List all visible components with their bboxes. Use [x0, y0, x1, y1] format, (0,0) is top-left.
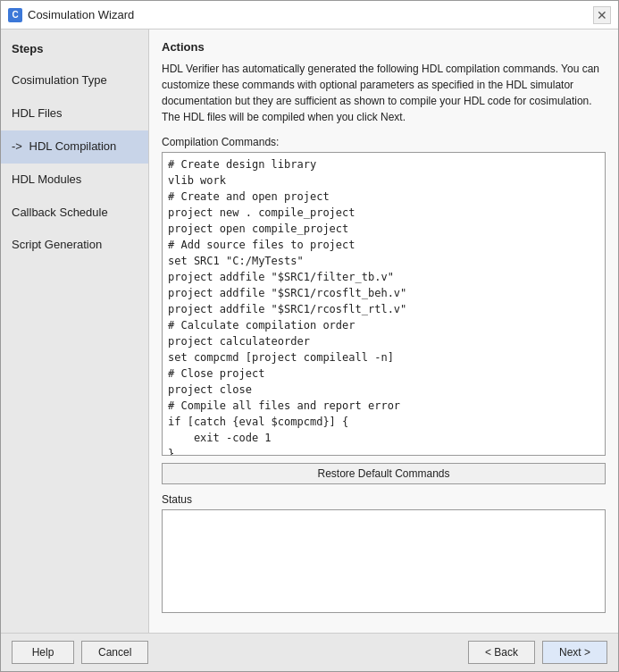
main-content: Steps Cosimulation Type HDL Files -> HDL… [1, 29, 618, 633]
help-button[interactable]: Help [12, 641, 74, 664]
sidebar-item-callback-schedule[interactable]: Callback Schedule [1, 197, 148, 230]
sidebar-item-cosimulation-type[interactable]: Cosimulation Type [1, 64, 148, 97]
titlebar-left: C Cosimulation Wizard [8, 8, 134, 22]
compilation-commands-textarea[interactable] [162, 152, 606, 456]
sidebar-item-hdl-modules[interactable]: HDL Modules [1, 164, 148, 197]
actions-text: HDL Verifier has automatically generated… [162, 61, 606, 125]
actions-header: Actions [162, 40, 606, 54]
footer: Help Cancel < Back Next > [1, 633, 618, 671]
close-button[interactable]: ✕ [593, 6, 611, 24]
restore-default-commands-button[interactable]: Restore Default Commands [162, 463, 606, 484]
cosimulation-wizard-window: C Cosimulation Wizard ✕ Steps Cosimulati… [0, 0, 619, 672]
back-button[interactable]: < Back [468, 641, 535, 664]
right-panel: Actions HDL Verifier has automatically g… [149, 29, 618, 633]
status-label: Status [162, 493, 606, 506]
cancel-button[interactable]: Cancel [81, 641, 148, 664]
status-box [162, 509, 606, 613]
footer-right: < Back Next > [468, 641, 607, 664]
sidebar-item-hdl-compilation[interactable]: -> HDL Compilation [1, 130, 148, 164]
sidebar-item-script-generation[interactable]: Script Generation [1, 229, 148, 262]
current-arrow: -> [12, 139, 26, 155]
sidebar-item-hdl-files[interactable]: HDL Files [1, 97, 148, 130]
titlebar: C Cosimulation Wizard ✕ [1, 1, 618, 29]
sidebar: Steps Cosimulation Type HDL Files -> HDL… [1, 29, 149, 633]
app-icon: C [8, 8, 22, 22]
compilation-commands-label: Compilation Commands: [162, 136, 606, 148]
window-title: Cosimulation Wizard [28, 8, 134, 21]
footer-left: Help Cancel [12, 641, 148, 664]
next-button[interactable]: Next > [542, 641, 607, 664]
sidebar-header: Steps [1, 37, 148, 64]
